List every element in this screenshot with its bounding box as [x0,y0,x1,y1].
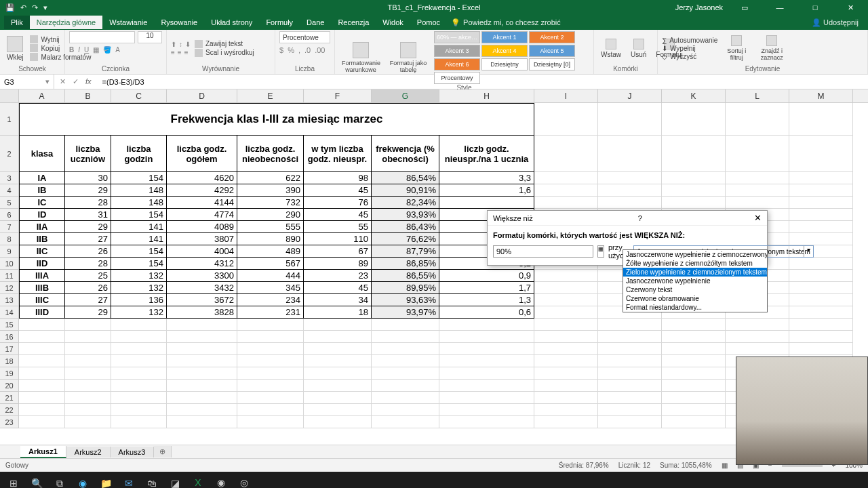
cell[interactable] [439,197,534,209]
cell[interactable]: 148 [111,197,167,209]
row-header[interactable]: 9 [0,245,19,258]
cell[interactable] [598,404,662,416]
cell[interactable] [19,380,65,392]
cell[interactable] [65,404,111,416]
cell[interactable]: 110 [304,233,372,245]
cell[interactable] [167,404,237,416]
cell[interactable] [439,380,534,392]
column-header[interactable]: I [534,89,598,102]
cell[interactable]: 4620 [167,172,237,184]
cell[interactable] [534,404,598,416]
cell[interactable] [598,172,662,184]
cell[interactable] [534,416,598,428]
share-button[interactable]: 👤 Udostępnij [812,18,868,27]
cell[interactable] [534,392,598,404]
cell[interactable] [662,136,726,172]
dropdown-option[interactable]: Żółte wypełnienie z ciemnożółtym tekstem [623,259,767,268]
cell[interactable]: 86,55% [372,270,439,282]
cell[interactable] [534,380,598,392]
row-header[interactable]: 22 [0,404,19,416]
currency-icon[interactable]: $ [279,46,283,54]
store-icon[interactable]: 🛍 [141,474,163,488]
cell[interactable] [19,355,65,367]
cell[interactable] [534,294,598,306]
cell[interactable] [439,319,534,331]
row-header[interactable]: 1 [0,103,19,136]
tab-data[interactable]: Dane [300,16,331,29]
cell[interactable] [534,331,598,343]
cell[interactable]: 1,7 [439,282,534,294]
cell[interactable]: 132 [111,282,167,294]
cell[interactable]: 1,6 [439,184,534,197]
row-header[interactable]: 16 [0,331,19,343]
cell[interactable] [726,184,789,197]
cell[interactable]: 3300 [167,270,237,282]
table-header[interactable]: klasa [19,136,65,172]
cell[interactable]: 567 [237,258,304,270]
cell[interactable] [304,404,372,416]
cell[interactable] [598,416,662,428]
cell[interactable] [789,172,853,184]
cell[interactable]: 732 [237,197,304,209]
column-header[interactable]: G [372,89,439,102]
cell[interactable]: 3672 [167,294,237,306]
cell[interactable]: 4292 [167,184,237,197]
cell[interactable] [789,233,853,245]
tab-insert[interactable]: Wstawianie [102,16,154,29]
cell[interactable]: 45 [304,209,372,221]
row-header[interactable]: 21 [0,392,19,404]
column-header[interactable]: H [439,89,534,102]
cell[interactable] [65,392,111,404]
tab-draw[interactable]: Rysowanie [154,16,204,29]
cell[interactable] [789,282,853,294]
cell[interactable] [19,367,65,380]
cell[interactable]: 154 [111,258,167,270]
sheet-tab-3[interactable]: Arkusz3 [111,447,155,458]
cell[interactable] [662,331,726,343]
cell[interactable] [789,258,853,270]
cell[interactable]: 45 [304,282,372,294]
italic-button[interactable]: I [78,46,80,54]
cell[interactable] [662,184,726,197]
cell[interactable] [726,343,789,355]
cell[interactable] [726,136,789,172]
cell[interactable]: 23 [304,270,372,282]
cell[interactable] [304,392,372,404]
style-cell[interactable]: Akcent 3 [434,45,480,57]
cell[interactable] [65,343,111,355]
style-cell[interactable]: Akcent 2 [529,31,575,43]
cell[interactable] [662,367,726,380]
cell[interactable]: 34 [304,294,372,306]
cell[interactable] [662,103,726,136]
cell[interactable] [662,172,726,184]
row-header[interactable]: 8 [0,233,19,245]
cell[interactable]: 3807 [167,233,237,245]
cell[interactable] [19,319,65,331]
cell[interactable] [598,343,662,355]
style-cell[interactable]: 60% — akce… [434,31,480,43]
row-header[interactable]: 2 [0,136,19,172]
cell[interactable] [726,331,789,343]
cell[interactable] [167,355,237,367]
cell[interactable]: 29 [65,184,111,197]
cell[interactable] [167,343,237,355]
cell[interactable]: 1,3 [439,294,534,306]
qat-more-icon[interactable]: ▾ [43,3,47,12]
sheet-tab-2[interactable]: Arkusz2 [66,447,111,458]
cell[interactable] [789,270,853,282]
cell[interactable] [19,343,65,355]
cell[interactable]: 4774 [167,209,237,221]
style-cell[interactable]: Dziesiętny [481,58,528,70]
cell[interactable] [304,367,372,380]
cell[interactable]: 29 [65,221,111,233]
cell[interactable] [726,172,789,184]
user-name[interactable]: Jerzy Jasonek [675,3,723,12]
cell[interactable] [534,270,598,282]
row-header[interactable]: 20 [0,380,19,392]
cell[interactable] [598,331,662,343]
table-header[interactable]: liczba godz. ogółem [167,136,237,172]
chrome-icon[interactable]: ◉ [210,474,232,488]
row-header[interactable]: 10 [0,258,19,270]
cell[interactable]: 30 [65,172,111,184]
cell[interactable] [237,416,304,428]
